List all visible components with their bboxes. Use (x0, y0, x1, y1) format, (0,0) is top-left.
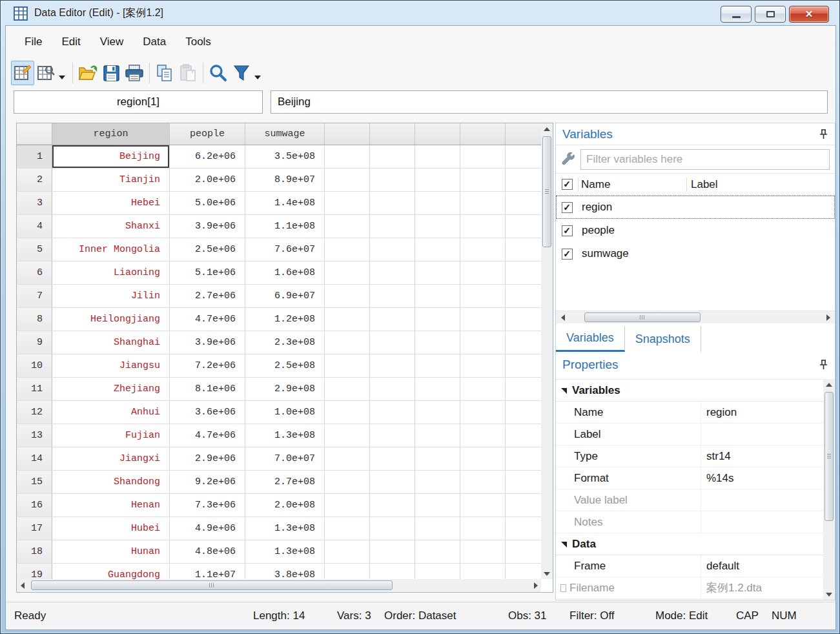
cell-sumwage[interactable]: 7.0e+07 (245, 447, 325, 471)
grid-horizontal-scrollbar[interactable] (17, 579, 541, 592)
scroll-up-icon[interactable] (826, 383, 832, 387)
cell-region[interactable]: Anhui (52, 401, 170, 424)
cell-empty[interactable] (460, 238, 506, 261)
filter-variables-input[interactable] (580, 149, 830, 170)
cell-sumwage[interactable]: 6.9e+07 (245, 285, 325, 308)
cell-value-box[interactable]: Beijing (271, 90, 828, 114)
row-number[interactable]: 19 (17, 564, 52, 579)
cell-sumwage[interactable]: 2.0e+08 (245, 494, 325, 517)
cell-empty[interactable] (415, 424, 460, 447)
scroll-left-icon[interactable] (561, 314, 565, 321)
cell-people[interactable]: 7.2e+06 (170, 354, 245, 378)
cell-empty[interactable] (370, 238, 415, 261)
cell-region[interactable]: Jilin (52, 285, 170, 308)
row-number[interactable]: 9 (17, 331, 52, 354)
select-all-checkbox[interactable]: ✓ (562, 179, 573, 190)
cell-sumwage[interactable]: 1.1e+08 (245, 215, 325, 238)
name-column-header[interactable]: Name (578, 178, 686, 192)
minimize-button[interactable] (721, 6, 752, 23)
cell-empty[interactable] (325, 238, 370, 261)
variable-item-region[interactable]: ✓region (556, 196, 835, 219)
cell-empty[interactable] (325, 517, 370, 540)
cell-region[interactable]: Beijing (52, 145, 170, 169)
cell-empty[interactable] (325, 192, 370, 215)
scroll-right-icon[interactable] (534, 582, 538, 589)
cell-people[interactable]: 6.2e+06 (170, 145, 245, 169)
cell-people[interactable]: 4.9e+06 (170, 517, 245, 540)
cell-empty[interactable] (370, 494, 415, 517)
cell-empty[interactable] (325, 564, 370, 579)
row-number[interactable]: 2 (17, 169, 52, 192)
cell-people[interactable]: 9.2e+06 (170, 471, 245, 494)
data-editor-edit-button[interactable] (11, 61, 34, 85)
cell-empty[interactable] (460, 331, 506, 354)
cell-empty[interactable] (460, 471, 506, 494)
cell-empty[interactable] (460, 169, 506, 192)
cell-empty[interactable] (460, 447, 506, 471)
variable-checkbox[interactable]: ✓ (562, 202, 573, 213)
property-section-Data[interactable]: Data (556, 533, 823, 555)
cell-empty[interactable] (415, 378, 460, 401)
tab-variables[interactable]: Variables (556, 326, 625, 352)
cell-region[interactable]: Hubei (52, 517, 170, 540)
cell-people[interactable]: 4.7e+06 (170, 424, 245, 447)
cell-empty[interactable] (325, 447, 370, 471)
row-number[interactable]: 13 (17, 424, 52, 447)
variable-checkbox[interactable]: ✓ (562, 225, 573, 236)
row-number[interactable]: 4 (17, 215, 52, 238)
collapse-triangle-icon[interactable] (561, 388, 567, 394)
collapse-triangle-icon[interactable] (561, 542, 567, 547)
cell-empty[interactable] (506, 401, 541, 424)
close-button[interactable]: ✕ (789, 6, 829, 23)
cell-region[interactable]: Guangdong (52, 564, 170, 579)
cell-empty[interactable] (370, 145, 415, 169)
cell-people[interactable]: 2.9e+06 (170, 447, 245, 471)
cell-empty[interactable] (460, 424, 506, 447)
cell-people[interactable]: 5.1e+06 (170, 261, 245, 285)
row-number[interactable]: 10 (17, 354, 52, 378)
cell-empty[interactable] (370, 517, 415, 540)
cell-empty[interactable] (325, 424, 370, 447)
grid-vertical-scrollbar[interactable] (541, 123, 553, 579)
scrollbar-thumb[interactable] (542, 136, 551, 247)
cell-empty[interactable] (460, 215, 506, 238)
cell-people[interactable]: 7.3e+06 (170, 494, 245, 517)
cell-empty[interactable] (325, 471, 370, 494)
cell-empty[interactable] (370, 331, 415, 354)
label-column-header[interactable]: Label (686, 178, 835, 192)
title-bar[interactable]: Data Editor (Edit) - [案例1.2] ✕ (1, 1, 839, 25)
cell-empty[interactable] (460, 145, 506, 169)
cell-empty[interactable] (370, 401, 415, 424)
menu-edit[interactable]: Edit (52, 32, 90, 52)
cell-empty[interactable] (506, 215, 541, 238)
row-number[interactable]: 15 (17, 471, 52, 494)
cell-empty[interactable] (325, 308, 370, 331)
cell-sumwage[interactable]: 1.4e+08 (245, 192, 325, 215)
pin-icon[interactable] (819, 129, 828, 139)
cell-people[interactable]: 3.9e+06 (170, 331, 245, 354)
row-number[interactable]: 5 (17, 238, 52, 261)
cell-sumwage[interactable]: 2.3e+08 (245, 331, 325, 354)
cell-people[interactable]: 2.7e+06 (170, 285, 245, 308)
scroll-right-icon[interactable] (826, 314, 830, 321)
column-header-sumwage[interactable]: sumwage (245, 123, 325, 145)
cell-people[interactable]: 4.8e+06 (170, 540, 245, 564)
cell-sumwage[interactable]: 1.3e+08 (245, 540, 325, 564)
cell-people[interactable]: 3.9e+06 (170, 215, 245, 238)
cell-empty[interactable] (506, 192, 541, 215)
cell-region[interactable]: Jiangxi (52, 447, 170, 471)
cell-empty[interactable] (506, 169, 541, 192)
cell-people[interactable]: 5.0e+06 (170, 192, 245, 215)
cell-empty[interactable] (370, 447, 415, 471)
cell-people[interactable]: 8.1e+06 (170, 378, 245, 401)
row-number[interactable]: 3 (17, 192, 52, 215)
row-number[interactable]: 8 (17, 308, 52, 331)
property-section-Variables[interactable]: Variables (556, 380, 823, 402)
cell-empty[interactable] (415, 494, 460, 517)
data-browser-button[interactable] (34, 61, 57, 85)
cell-empty[interactable] (415, 540, 460, 564)
scroll-left-icon[interactable] (21, 582, 25, 589)
cell-empty[interactable] (506, 285, 541, 308)
cell-empty[interactable] (415, 261, 460, 285)
cell-empty[interactable] (506, 354, 541, 378)
